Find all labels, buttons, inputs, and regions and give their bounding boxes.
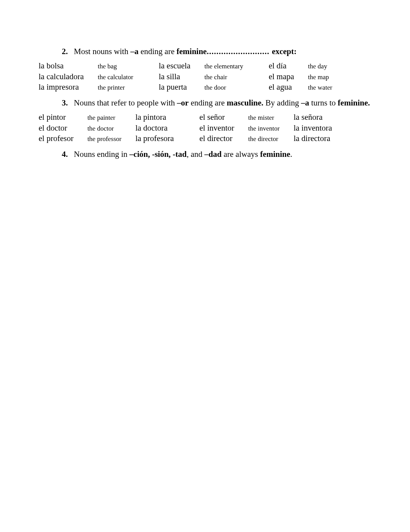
english-word: the printer bbox=[98, 82, 136, 92]
item-number: 3. bbox=[62, 98, 72, 108]
table-row: la calculadora the calculator la silla t… bbox=[39, 71, 335, 82]
table-row: la impresora the printer la puerta the d… bbox=[39, 82, 335, 92]
spanish-word: la inventora bbox=[293, 123, 335, 133]
spanish-word: la silla bbox=[159, 71, 193, 82]
bold-text: feminine bbox=[260, 150, 290, 159]
bold-text: –a bbox=[301, 98, 309, 107]
english-word: the map bbox=[308, 71, 335, 82]
english-word: the chair bbox=[204, 71, 246, 82]
spanish-word: la profesora bbox=[136, 133, 177, 144]
text: , and bbox=[187, 150, 205, 159]
english-word: the director bbox=[248, 133, 283, 144]
spanish-word: la directora bbox=[293, 133, 335, 144]
spanish-word: el señor bbox=[199, 112, 237, 122]
english-word: the day bbox=[308, 61, 335, 71]
text: By adding bbox=[263, 98, 301, 107]
spanish-word: la bolsa bbox=[39, 61, 87, 71]
bold-text: –ción, -sión, -tad bbox=[129, 150, 186, 159]
table-row: el doctor the doctor la doctora el inven… bbox=[39, 123, 335, 133]
english-word: the mister bbox=[248, 112, 283, 122]
table-row: el profesor the professor la profesora e… bbox=[39, 133, 335, 144]
spanish-word: la doctora bbox=[136, 123, 177, 133]
table-row: la bolsa the bag la escuela the elementa… bbox=[39, 61, 335, 71]
item-number: 2. bbox=[62, 46, 72, 57]
text: are always bbox=[222, 150, 260, 159]
text: . bbox=[290, 150, 292, 159]
text: ending are bbox=[189, 98, 227, 107]
list-item-2: 2. Most nouns with –a ending are feminin… bbox=[62, 46, 379, 57]
spanish-word: la pintora bbox=[136, 112, 177, 122]
bold-text: except: bbox=[272, 47, 296, 56]
spanish-word: la escuela bbox=[159, 61, 193, 71]
spanish-word: la señora bbox=[293, 112, 335, 122]
spanish-word: la calculadora bbox=[39, 71, 87, 82]
english-word: the inventor bbox=[248, 123, 283, 133]
english-word: the professor bbox=[87, 133, 124, 144]
item-number: 4. bbox=[62, 149, 72, 160]
document-page: 2. Most nouns with –a ending are feminin… bbox=[0, 0, 410, 160]
text: Nouns that refer to people with bbox=[74, 98, 177, 107]
english-word: the painter bbox=[87, 112, 124, 122]
spanish-word: el pintor bbox=[39, 112, 76, 122]
english-word: the doctor bbox=[87, 123, 124, 133]
english-word: the water bbox=[308, 82, 335, 92]
table-row: el pintor the painter la pintora el seño… bbox=[39, 112, 335, 122]
bold-text: feminine bbox=[176, 47, 207, 56]
list-item-4: 4. Nouns ending in –ción, -sión, -tad, a… bbox=[62, 149, 379, 160]
spanish-word: el inventor bbox=[199, 123, 237, 133]
text: Nouns ending in bbox=[74, 150, 129, 159]
spanish-word: el director bbox=[199, 133, 237, 144]
bold-text: –dad bbox=[205, 150, 222, 159]
bold-text: feminine. bbox=[338, 98, 370, 107]
text: turns to bbox=[309, 98, 338, 107]
dots: .......................... bbox=[207, 47, 272, 56]
spanish-word: el mapa bbox=[269, 71, 297, 82]
spanish-word: el día bbox=[269, 61, 297, 71]
text: Most nouns with bbox=[74, 47, 130, 56]
bold-text: –a bbox=[130, 47, 139, 56]
english-word: the calculator bbox=[98, 71, 136, 82]
list-item-3: 3. Nouns that refer to people with –or e… bbox=[62, 98, 379, 108]
english-word: the bag bbox=[98, 61, 136, 71]
text: ending are bbox=[139, 47, 177, 56]
spanish-word: el agua bbox=[269, 82, 297, 92]
english-word: the door bbox=[204, 82, 246, 92]
english-word: the elementary bbox=[204, 61, 246, 71]
bold-text: masculine. bbox=[227, 98, 263, 107]
bold-text: –or bbox=[177, 98, 188, 107]
vocab-table-a-ending: la bolsa the bag la escuela the elementa… bbox=[39, 61, 335, 92]
spanish-word: el doctor bbox=[39, 123, 76, 133]
spanish-word: la puerta bbox=[159, 82, 193, 92]
spanish-word: la impresora bbox=[39, 82, 87, 92]
spanish-word: el profesor bbox=[39, 133, 76, 144]
vocab-table-or-ending: el pintor the painter la pintora el seño… bbox=[39, 112, 335, 144]
